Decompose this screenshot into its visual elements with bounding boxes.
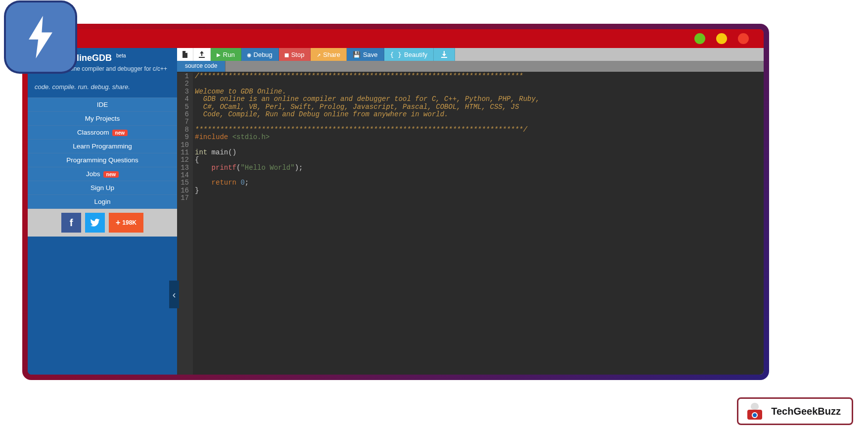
line-number: 15 [180, 179, 189, 187]
code-line[interactable]: printf("Hello World"); [195, 164, 762, 172]
sidebar-item-ide[interactable]: IDE [28, 97, 177, 111]
code-line[interactable]: int main() [195, 149, 762, 156]
code-line[interactable]: return 0; [195, 179, 762, 187]
stop-icon: ■ [285, 51, 289, 58]
line-number: 8 [180, 126, 189, 134]
save-button[interactable]: 💾 Save [347, 48, 384, 61]
line-number: 9 [180, 134, 189, 141]
sidebar: OnlineGDB beta online compiler and debug… [28, 48, 177, 375]
line-number: 13 [180, 164, 189, 172]
sidebar-item-sign-up[interactable]: Sign Up [28, 181, 177, 194]
sidebar-nav: IDEMy ProjectsClassroomnewLearn Programm… [28, 97, 177, 209]
share-button[interactable]: ↗ Share [311, 48, 347, 61]
run-button[interactable]: ▶ Run [211, 48, 241, 61]
sidebar-item-label: Programming Questions [66, 156, 138, 164]
sidebar-item-classroom[interactable]: Classroomnew [28, 125, 177, 139]
sidebar-collapse-handle[interactable]: ‹ [169, 281, 179, 308]
line-gutter: 1234567891011121314151617 [177, 73, 193, 375]
new-pill: new [112, 130, 128, 136]
line-number: 6 [180, 111, 189, 118]
line-number: 11 [180, 149, 189, 156]
watermark-logo [745, 403, 764, 420]
save-label: Save [363, 51, 378, 58]
file-icon [182, 51, 188, 58]
code-line[interactable] [195, 172, 762, 179]
share-icon: ↗ [317, 51, 320, 58]
line-number: 14 [180, 172, 189, 179]
code-line[interactable]: { [195, 156, 762, 164]
upload-icon [198, 51, 205, 58]
code-line[interactable]: GDB online is an online compiler and deb… [195, 96, 762, 103]
brand-badge: beta [116, 53, 126, 58]
sidebar-item-label: Learn Programming [73, 143, 132, 150]
code-line[interactable] [195, 80, 762, 88]
line-number: 12 [180, 156, 189, 164]
sidebar-item-label: Classroom [77, 129, 109, 136]
sidebar-item-label: IDE [97, 101, 108, 108]
new-file-button[interactable] [177, 48, 193, 61]
toolbar: ▶ Run ◉ Debug ■ Stop ↗ Share [177, 48, 764, 61]
sidebar-item-programming-questions[interactable]: Programming Questions [28, 153, 177, 167]
code-line[interactable]: } [195, 187, 762, 194]
sidebar-item-label: Jobs [86, 170, 100, 178]
beautify-label: Beautify [404, 51, 427, 58]
social-bar: f + 198K [28, 209, 177, 237]
download-button[interactable] [434, 48, 455, 61]
line-number: 17 [180, 194, 189, 202]
brand-tagline: code. compile. run. debug. share. [28, 75, 177, 97]
code-line[interactable]: ****************************************… [195, 126, 762, 134]
tab-source-code[interactable]: source code [177, 61, 226, 72]
debug-label: Debug [254, 51, 273, 58]
brand-subtitle: online compiler and debugger for c/c++ [64, 65, 170, 72]
share-count-button[interactable]: + 198K [109, 213, 143, 233]
sidebar-item-label: My Projects [85, 115, 120, 122]
watermark-text: TechGeekBuzz [771, 406, 841, 417]
twitter-button[interactable] [85, 213, 105, 233]
braces-icon: { } [390, 51, 402, 58]
stop-label: Stop [291, 51, 305, 58]
sidebar-item-learn-programming[interactable]: Learn Programming [28, 139, 177, 153]
traffic-light-red[interactable] [738, 33, 749, 44]
line-number: 4 [180, 96, 189, 103]
new-pill: new [103, 171, 119, 178]
download-icon [441, 51, 448, 58]
code-body[interactable]: /***************************************… [193, 73, 764, 375]
facebook-button[interactable]: f [61, 213, 81, 233]
sidebar-item-label: Login [94, 198, 110, 205]
sidebar-item-login[interactable]: Login [28, 194, 177, 209]
watermark: TechGeekBuzz [737, 397, 853, 425]
beautify-button[interactable]: { } Beautify [384, 48, 434, 61]
code-line[interactable] [195, 194, 762, 202]
line-number: 3 [180, 88, 189, 96]
brand-title: OnlineGDB beta [64, 53, 170, 63]
share-label: Share [323, 51, 340, 58]
sidebar-item-label: Sign Up [91, 184, 114, 192]
lightning-icon [25, 16, 56, 58]
traffic-light-yellow[interactable] [716, 33, 727, 44]
code-line[interactable]: #include <stdio.h> [195, 134, 762, 141]
twitter-icon [90, 219, 100, 227]
play-icon: ▶ [217, 51, 221, 58]
code-line[interactable] [195, 142, 762, 149]
sidebar-item-my-projects[interactable]: My Projects [28, 111, 177, 125]
sidebar-item-jobs[interactable]: Jobsnew [28, 167, 177, 181]
main-area: ▶ Run ◉ Debug ■ Stop ↗ Share [177, 48, 764, 375]
run-label: Run [223, 51, 235, 58]
debug-button[interactable]: ◉ Debug [241, 48, 279, 61]
code-line[interactable]: C#, OCaml, VB, Perl, Swift, Prolog, Java… [195, 103, 762, 111]
code-editor[interactable]: 1234567891011121314151617 /*************… [177, 72, 764, 375]
app-window-frame: OnlineGDB beta online compiler and debug… [22, 24, 769, 380]
line-number: 1 [180, 73, 189, 80]
window-titlebar [28, 29, 764, 48]
code-line[interactable]: Code, Compile, Run and Debug online from… [195, 111, 762, 118]
stop-button[interactable]: ■ Stop [279, 48, 311, 61]
lightning-badge [6, 2, 75, 72]
line-number: 2 [180, 80, 189, 88]
code-line[interactable]: Welcome to GDB Online. [195, 88, 762, 96]
target-icon: ◉ [247, 51, 251, 58]
upload-button[interactable] [193, 48, 211, 61]
code-line[interactable] [195, 118, 762, 126]
code-line[interactable]: /***************************************… [195, 73, 762, 80]
line-number: 5 [180, 103, 189, 111]
traffic-light-green[interactable] [694, 33, 705, 44]
